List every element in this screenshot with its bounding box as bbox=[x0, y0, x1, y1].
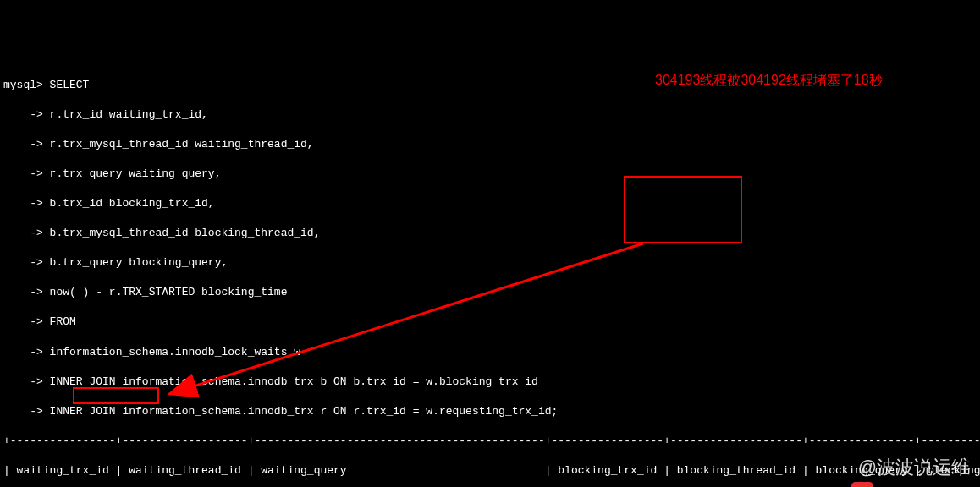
continuation-prompt: -> bbox=[3, 315, 43, 328]
continuation-prompt: -> bbox=[3, 256, 43, 269]
continuation-prompt: -> bbox=[3, 197, 43, 210]
continuation-prompt: -> bbox=[3, 346, 43, 358]
sql-line: information_schema.innodb_lock_waits w bbox=[43, 346, 300, 358]
sql-line: INNER JOIN information_schema.innodb_trx… bbox=[43, 405, 559, 418]
watermark: @波波说运维 bbox=[831, 455, 970, 480]
svg-rect-2 bbox=[851, 482, 873, 487]
sql-line: INNER JOIN information_schema.innodb_trx… bbox=[43, 375, 538, 388]
toutiao-logo-icon bbox=[831, 457, 853, 479]
sql-line: b.trx_mysql_thread_id blocking_thread_id… bbox=[43, 227, 321, 239]
continuation-prompt: -> bbox=[3, 167, 43, 180]
sql-line: FROM bbox=[43, 315, 76, 328]
sql-line: r.trx_id waiting_trx_id, bbox=[43, 108, 208, 121]
sql-line: b.trx_id blocking_trx_id, bbox=[43, 197, 215, 210]
sql-line: r.trx_query waiting_query, bbox=[43, 167, 222, 180]
sql-line: b.trx_query blocking_query, bbox=[43, 256, 228, 269]
continuation-prompt: -> bbox=[3, 108, 43, 121]
continuation-prompt: -> bbox=[3, 227, 43, 239]
sql-line: now( ) - r.TRX_STARTED blocking_time bbox=[43, 286, 288, 298]
sql-line: SELECT bbox=[43, 79, 90, 91]
mysql-prompt: mysql> bbox=[3, 79, 43, 91]
sql-line: r.trx_mysql_thread_id waiting_thread_id, bbox=[43, 138, 314, 150]
annotation-text: 304193线程被304192线程堵塞了18秒 bbox=[655, 71, 883, 90]
continuation-prompt: -> bbox=[3, 286, 43, 298]
terminal-output: mysql> SELECT -> r.trx_id waiting_trx_id… bbox=[0, 59, 980, 487]
continuation-prompt: -> bbox=[3, 405, 43, 418]
watermark-text: @波波说运维 bbox=[858, 455, 970, 480]
table-border: +----------------+-------------------+--… bbox=[3, 434, 980, 449]
continuation-prompt: -> bbox=[3, 375, 43, 388]
continuation-prompt: -> bbox=[3, 138, 43, 150]
